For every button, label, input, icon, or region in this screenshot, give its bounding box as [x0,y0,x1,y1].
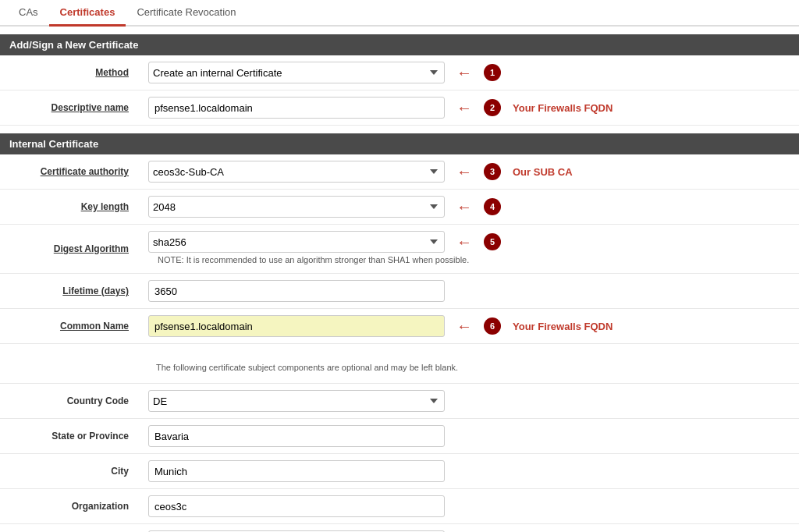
common-name-label: Common Name [60,321,129,332]
cert-authority-select[interactable]: ceos3c-Sub-CA [148,161,445,183]
organization-input[interactable] [148,495,445,517]
method-badge: 1 [484,64,501,81]
common-name-arrow: ← [456,318,472,334]
tab-certificates[interactable]: Certificates [49,0,126,27]
optional-note-row: The following certificate subject compon… [0,352,799,384]
method-arrow: ← [456,65,472,80]
state-row: State or Province [0,419,799,454]
common-name-annotation: Your Firewalls FQDN [513,321,613,332]
add-sign-section: Add/Sign a New Certificate Method Create… [0,34,799,126]
city-input[interactable] [148,460,445,482]
tab-cas[interactable]: CAs [8,0,49,27]
cert-authority-label: Certificate authority [41,166,129,177]
lifetime-label: Lifetime (days) [62,286,129,296]
method-row: Method Create an internal Certificate Im… [0,55,799,90]
digest-algo-badge: 5 [484,233,501,250]
tab-certificate-revocation[interactable]: Certificate Revocation [126,0,247,27]
organization-row: Organization [0,489,799,524]
descriptive-name-arrow: ← [456,100,472,115]
method-label: Method [95,67,129,78]
optional-note: The following certificate subject compon… [148,358,791,377]
tabs-container: CAs Certificates Certificate Revocation [0,0,799,27]
method-input-row: Create an internal Certificate Import an… [148,62,791,83]
add-sign-form: Method Create an internal Certificate Im… [0,55,799,126]
digest-algo-select[interactable]: sha1 sha256 sha512 [148,231,445,253]
key-length-input-row: 1024 2048 4096 8192 ← 4 [148,196,791,218]
key-length-arrow: ← [456,199,472,215]
descriptive-name-annotation: Your Firewalls FQDN [513,102,613,114]
key-length-row: Key length 1024 2048 4096 8192 ← 4 [0,190,799,225]
descriptive-name-badge: 2 [484,99,501,116]
country-code-select[interactable]: DE US GB FR [148,390,445,412]
method-select[interactable]: Create an internal Certificate Import an… [148,62,445,83]
add-sign-header: Add/Sign a New Certificate [0,34,799,55]
digest-algo-note: NOTE: It is recommended to use an algori… [148,253,501,267]
cert-authority-annotation: Our SUB CA [513,166,573,178]
optional-fields-section: The following certificate subject compon… [0,352,799,532]
country-code-label: Country Code [67,395,129,406]
cert-authority-row: Certificate authority ceos3c-Sub-CA ← 3 … [0,154,799,190]
internal-cert-header: Internal Certificate [0,133,799,154]
digest-algo-row: Digest Algorithm sha1 sha256 sha512 ← [0,225,799,274]
lifetime-row: Lifetime (days) [0,274,799,309]
common-name-badge: 6 [484,317,501,335]
city-row: City [0,454,799,489]
descriptive-name-label: Descriptive name [51,102,129,113]
descriptive-name-input-row: ← 2 Your Firewalls FQDN [148,97,791,119]
cert-authority-arrow: ← [456,164,472,179]
internal-cert-section: Internal Certificate Certificate authori… [0,133,799,344]
optional-fields-form: The following certificate subject compon… [0,352,799,532]
state-input[interactable] [148,425,445,447]
organization-label: Organization [72,501,129,512]
digest-algo-input-row: sha1 sha256 sha512 ← 5 NOTE: It is recom… [148,231,791,267]
key-length-badge: 4 [484,198,501,215]
cert-authority-badge: 3 [484,163,501,180]
main-content: Add/Sign a New Certificate Method Create… [0,27,799,532]
org-unit-row: Organizational Unit [0,524,799,533]
country-code-row: Country Code DE US GB FR [0,384,799,419]
descriptive-name-input[interactable] [148,97,445,119]
cert-authority-input-row: ceos3c-Sub-CA ← 3 Our SUB CA [148,161,791,183]
common-name-row: Common Name ← 6 Your Firewalls FQDN [0,309,799,344]
lifetime-input[interactable] [148,280,445,302]
common-name-input[interactable] [148,315,445,337]
common-name-input-row: ← 6 Your Firewalls FQDN [148,315,791,337]
descriptive-name-row: Descriptive name ← 2 Your Firewalls FQDN [0,90,799,126]
internal-cert-form: Certificate authority ceos3c-Sub-CA ← 3 … [0,154,799,344]
key-length-select[interactable]: 1024 2048 4096 8192 [148,196,445,218]
city-label: City [111,466,129,477]
state-label: State or Province [51,431,129,442]
key-length-label: Key length [81,201,129,212]
digest-algo-label: Digest Algorithm [54,243,129,254]
digest-algo-arrow: ← [456,234,472,250]
